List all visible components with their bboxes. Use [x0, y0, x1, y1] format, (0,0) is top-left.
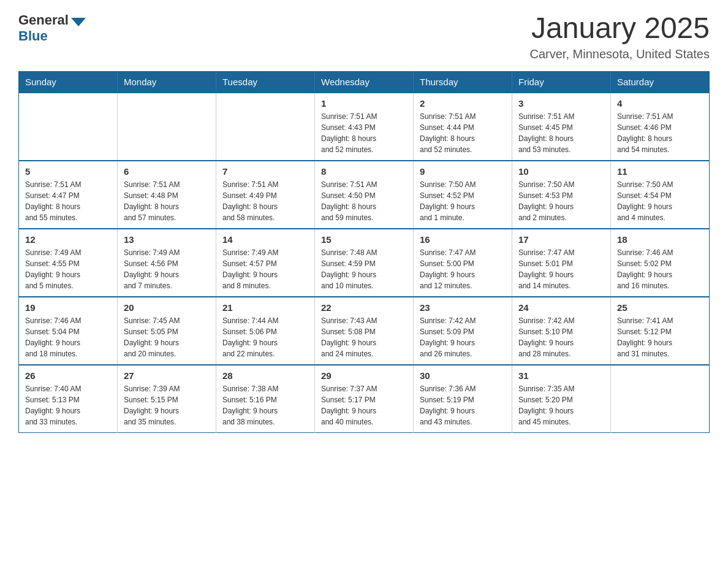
page-header: General Blue January 2025 Carver, Minnes… [18, 12, 710, 61]
day-number: 9 [420, 166, 506, 177]
day-number: 8 [321, 166, 407, 177]
day-info: Sunrise: 7:49 AM Sunset: 4:57 PM Dayligh… [222, 247, 308, 291]
day-number: 31 [518, 370, 604, 381]
calendar-cell: 11Sunrise: 7:50 AM Sunset: 4:54 PM Dayli… [611, 161, 710, 229]
calendar-cell [216, 93, 315, 161]
calendar-cell: 9Sunrise: 7:50 AM Sunset: 4:52 PM Daylig… [414, 161, 512, 229]
day-info: Sunrise: 7:42 AM Sunset: 5:09 PM Dayligh… [420, 315, 506, 359]
calendar-cell: 12Sunrise: 7:49 AM Sunset: 4:55 PM Dayli… [19, 229, 118, 297]
day-info: Sunrise: 7:51 AM Sunset: 4:48 PM Dayligh… [124, 179, 210, 223]
day-number: 26 [25, 370, 111, 381]
calendar-cell: 20Sunrise: 7:45 AM Sunset: 5:05 PM Dayli… [118, 297, 216, 365]
logo-blue-text: Blue [18, 28, 48, 44]
day-info: Sunrise: 7:40 AM Sunset: 5:13 PM Dayligh… [25, 383, 111, 427]
day-number: 17 [518, 234, 604, 245]
day-number: 2 [420, 98, 506, 109]
calendar-cell [118, 93, 216, 161]
logo: General Blue [18, 12, 86, 44]
day-info: Sunrise: 7:41 AM Sunset: 5:12 PM Dayligh… [617, 315, 703, 359]
calendar-cell: 10Sunrise: 7:50 AM Sunset: 4:53 PM Dayli… [512, 161, 611, 229]
title-block: January 2025 Carver, Minnesota, United S… [530, 12, 710, 61]
day-info: Sunrise: 7:51 AM Sunset: 4:44 PM Dayligh… [420, 111, 506, 155]
calendar-cell: 22Sunrise: 7:43 AM Sunset: 5:08 PM Dayli… [315, 297, 414, 365]
calendar-cell: 24Sunrise: 7:42 AM Sunset: 5:10 PM Dayli… [512, 297, 611, 365]
day-info: Sunrise: 7:43 AM Sunset: 5:08 PM Dayligh… [321, 315, 407, 359]
day-info: Sunrise: 7:47 AM Sunset: 5:00 PM Dayligh… [420, 247, 506, 291]
day-info: Sunrise: 7:36 AM Sunset: 5:19 PM Dayligh… [420, 383, 506, 427]
calendar-cell: 6Sunrise: 7:51 AM Sunset: 4:48 PM Daylig… [118, 161, 216, 229]
day-number: 28 [222, 370, 308, 381]
calendar-cell: 23Sunrise: 7:42 AM Sunset: 5:09 PM Dayli… [414, 297, 512, 365]
calendar-cell: 19Sunrise: 7:46 AM Sunset: 5:04 PM Dayli… [19, 297, 118, 365]
calendar-cell: 14Sunrise: 7:49 AM Sunset: 4:57 PM Dayli… [216, 229, 315, 297]
day-info: Sunrise: 7:50 AM Sunset: 4:54 PM Dayligh… [617, 179, 703, 223]
header-tuesday: Tuesday [216, 71, 315, 93]
header-saturday: Saturday [611, 71, 710, 93]
day-info: Sunrise: 7:48 AM Sunset: 4:59 PM Dayligh… [321, 247, 407, 291]
day-info: Sunrise: 7:50 AM Sunset: 4:53 PM Dayligh… [518, 179, 604, 223]
day-info: Sunrise: 7:49 AM Sunset: 4:55 PM Dayligh… [25, 247, 111, 291]
calendar-cell [19, 93, 118, 161]
calendar-cell: 30Sunrise: 7:36 AM Sunset: 5:19 PM Dayli… [414, 365, 512, 433]
logo-arrow-icon [71, 18, 86, 26]
calendar-cell: 3Sunrise: 7:51 AM Sunset: 4:45 PM Daylig… [512, 93, 611, 161]
calendar-header-row: SundayMondayTuesdayWednesdayThursdayFrid… [19, 71, 710, 93]
calendar-cell: 4Sunrise: 7:51 AM Sunset: 4:46 PM Daylig… [611, 93, 710, 161]
calendar-cell: 5Sunrise: 7:51 AM Sunset: 4:47 PM Daylig… [19, 161, 118, 229]
calendar-cell: 15Sunrise: 7:48 AM Sunset: 4:59 PM Dayli… [315, 229, 414, 297]
calendar-cell: 31Sunrise: 7:35 AM Sunset: 5:20 PM Dayli… [512, 365, 611, 433]
day-info: Sunrise: 7:42 AM Sunset: 5:10 PM Dayligh… [518, 315, 604, 359]
calendar-cell: 2Sunrise: 7:51 AM Sunset: 4:44 PM Daylig… [414, 93, 512, 161]
day-info: Sunrise: 7:51 AM Sunset: 4:43 PM Dayligh… [321, 111, 407, 155]
header-wednesday: Wednesday [315, 71, 414, 93]
calendar-cell: 17Sunrise: 7:47 AM Sunset: 5:01 PM Dayli… [512, 229, 611, 297]
day-number: 21 [222, 302, 308, 313]
day-info: Sunrise: 7:51 AM Sunset: 4:46 PM Dayligh… [617, 111, 703, 155]
day-info: Sunrise: 7:47 AM Sunset: 5:01 PM Dayligh… [518, 247, 604, 291]
header-sunday: Sunday [19, 71, 118, 93]
calendar-week-row: 19Sunrise: 7:46 AM Sunset: 5:04 PM Dayli… [19, 297, 710, 365]
calendar-cell: 7Sunrise: 7:51 AM Sunset: 4:49 PM Daylig… [216, 161, 315, 229]
day-info: Sunrise: 7:50 AM Sunset: 4:52 PM Dayligh… [420, 179, 506, 223]
day-number: 27 [124, 370, 210, 381]
day-number: 6 [124, 166, 210, 177]
calendar-week-row: 1Sunrise: 7:51 AM Sunset: 4:43 PM Daylig… [19, 93, 710, 161]
day-number: 13 [124, 234, 210, 245]
calendar-week-row: 12Sunrise: 7:49 AM Sunset: 4:55 PM Dayli… [19, 229, 710, 297]
calendar-cell: 8Sunrise: 7:51 AM Sunset: 4:50 PM Daylig… [315, 161, 414, 229]
calendar-cell: 29Sunrise: 7:37 AM Sunset: 5:17 PM Dayli… [315, 365, 414, 433]
calendar-cell: 26Sunrise: 7:40 AM Sunset: 5:13 PM Dayli… [19, 365, 118, 433]
calendar-subtitle: Carver, Minnesota, United States [530, 47, 710, 61]
header-thursday: Thursday [414, 71, 512, 93]
calendar-cell: 16Sunrise: 7:47 AM Sunset: 5:00 PM Dayli… [414, 229, 512, 297]
calendar-table: SundayMondayTuesdayWednesdayThursdayFrid… [18, 71, 710, 433]
day-number: 25 [617, 302, 703, 313]
day-info: Sunrise: 7:38 AM Sunset: 5:16 PM Dayligh… [222, 383, 308, 427]
day-info: Sunrise: 7:37 AM Sunset: 5:17 PM Dayligh… [321, 383, 407, 427]
day-number: 29 [321, 370, 407, 381]
day-number: 3 [518, 98, 604, 109]
day-number: 30 [420, 370, 506, 381]
calendar-week-row: 5Sunrise: 7:51 AM Sunset: 4:47 PM Daylig… [19, 161, 710, 229]
calendar-cell: 25Sunrise: 7:41 AM Sunset: 5:12 PM Dayli… [611, 297, 710, 365]
day-number: 4 [617, 98, 703, 109]
day-number: 22 [321, 302, 407, 313]
day-number: 14 [222, 234, 308, 245]
day-info: Sunrise: 7:44 AM Sunset: 5:06 PM Dayligh… [222, 315, 308, 359]
day-info: Sunrise: 7:39 AM Sunset: 5:15 PM Dayligh… [124, 383, 210, 427]
day-info: Sunrise: 7:51 AM Sunset: 4:45 PM Dayligh… [518, 111, 604, 155]
day-number: 16 [420, 234, 506, 245]
day-number: 23 [420, 302, 506, 313]
day-number: 1 [321, 98, 407, 109]
calendar-cell: 18Sunrise: 7:46 AM Sunset: 5:02 PM Dayli… [611, 229, 710, 297]
calendar-cell: 28Sunrise: 7:38 AM Sunset: 5:16 PM Dayli… [216, 365, 315, 433]
calendar-cell: 21Sunrise: 7:44 AM Sunset: 5:06 PM Dayli… [216, 297, 315, 365]
day-info: Sunrise: 7:51 AM Sunset: 4:47 PM Dayligh… [25, 179, 111, 223]
day-number: 7 [222, 166, 308, 177]
header-monday: Monday [118, 71, 216, 93]
day-number: 15 [321, 234, 407, 245]
day-number: 24 [518, 302, 604, 313]
calendar-cell: 13Sunrise: 7:49 AM Sunset: 4:56 PM Dayli… [118, 229, 216, 297]
calendar-cell: 1Sunrise: 7:51 AM Sunset: 4:43 PM Daylig… [315, 93, 414, 161]
day-info: Sunrise: 7:46 AM Sunset: 5:02 PM Dayligh… [617, 247, 703, 291]
